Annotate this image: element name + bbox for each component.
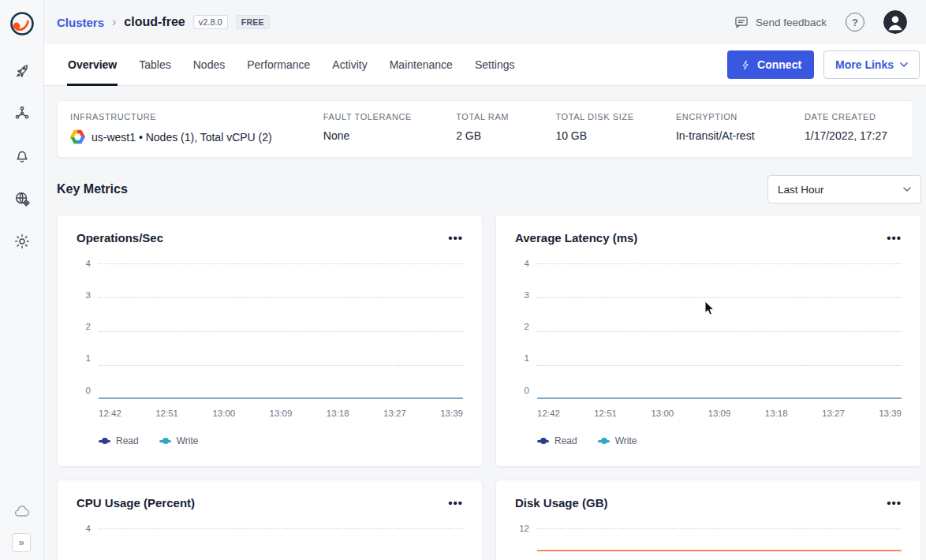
plot-area: [537, 263, 902, 399]
tab-performance[interactable]: Performance: [236, 44, 321, 85]
read-marker-icon: [99, 440, 110, 442]
tab-tables[interactable]: Tables: [128, 44, 181, 85]
tab-maintenance[interactable]: Maintenance: [379, 44, 464, 85]
plot-area: [537, 528, 902, 560]
chart-menu-button[interactable]: •••: [887, 232, 902, 244]
page-header: Clusters › cloud-free v2.8.0 FREE Send f…: [44, 0, 926, 44]
avatar[interactable]: [883, 10, 907, 34]
time-range-value: Last Hour: [778, 184, 824, 196]
x-axis-labels: 12:4212:5113:0013:0913:1813:2713:39: [99, 409, 463, 418]
tab-activity[interactable]: Activity: [321, 44, 378, 85]
chart-menu-button[interactable]: •••: [448, 497, 463, 509]
y-axis-labels: 43210: [515, 263, 537, 399]
chart-plot: 43210: [515, 263, 902, 399]
connect-button[interactable]: Connect: [727, 50, 814, 79]
chart-legend: Read Write: [99, 435, 463, 446]
chart-plot: 12: [515, 528, 902, 560]
breadcrumb-separator-icon: ›: [112, 15, 116, 29]
y-axis-labels: 4: [77, 528, 99, 560]
more-links-label: More Links: [835, 58, 894, 71]
expand-sidebar-button[interactable]: »: [12, 533, 31, 552]
regions-icon[interactable]: [8, 185, 36, 213]
info-field-total-disk-size: TOTAL DISK SIZE 10 GB: [555, 112, 676, 144]
chart-plot: 4: [77, 528, 463, 560]
time-range-select[interactable]: Last Hour: [767, 175, 921, 203]
info-value: 1/17/2022, 17:27: [805, 129, 891, 142]
plan-badge: FREE: [236, 15, 270, 29]
tab-nodes[interactable]: Nodes: [182, 44, 236, 85]
cluster-name: cloud-free: [124, 15, 185, 29]
main-area: Clusters › cloud-free v2.8.0 FREE Send f…: [44, 0, 926, 560]
cloud-icon[interactable]: [12, 502, 32, 522]
info-field-date-created: DATE CREATED 1/17/2022, 17:27: [805, 112, 900, 144]
chevron-down-icon: [903, 187, 911, 192]
version-badge: v2.8.0: [193, 15, 228, 29]
network-icon[interactable]: [8, 99, 36, 128]
chart-title: Average Latency (ms): [515, 231, 637, 245]
feedback-icon: [734, 14, 749, 30]
legend-write[interactable]: Write: [598, 435, 637, 446]
charts-grid: Operations/Sec ••• 43210: [44, 215, 926, 560]
info-field-fault-tolerance: FAULT TOLERANCE None: [323, 112, 456, 144]
send-feedback-button[interactable]: Send feedback: [734, 14, 827, 30]
key-metrics-title: Key Metrics: [57, 182, 128, 196]
gear-icon[interactable]: [8, 227, 36, 256]
bolt-icon: [740, 59, 752, 71]
sidebar-nav: [8, 57, 36, 256]
user-icon: [883, 10, 907, 34]
plot-area: [99, 528, 463, 560]
chart-card-average-latency: Average Latency (ms) ••• 43210: [495, 215, 921, 467]
write-marker-icon: [598, 440, 610, 442]
key-metrics-bar: Key Metrics Last Hour: [44, 158, 926, 215]
feedback-label: Send feedback: [756, 17, 827, 28]
tab-overview[interactable]: Overview: [57, 44, 128, 85]
legend-write[interactable]: Write: [159, 435, 199, 446]
info-label: TOTAL DISK SIZE: [555, 112, 666, 121]
tab-settings[interactable]: Settings: [464, 44, 526, 85]
info-value: In-transit/At-rest: [676, 129, 795, 142]
bell-icon[interactable]: [8, 142, 36, 170]
chevron-down-icon: [900, 62, 908, 67]
breadcrumb: Clusters › cloud-free v2.8.0 FREE: [57, 15, 270, 29]
tab-bar: Overview Tables Nodes Performance Activi…: [44, 44, 926, 86]
info-label: DATE CREATED: [805, 112, 891, 121]
plot-area: [99, 263, 463, 399]
breadcrumb-clusters-link[interactable]: Clusters: [57, 16, 104, 29]
legend-read[interactable]: Read: [537, 435, 577, 446]
info-label: INFRASTRUCTURE: [70, 112, 314, 121]
cluster-info-card: INFRASTRUCTURE us-west1 • Nodes (1), Tot…: [57, 100, 913, 158]
help-icon[interactable]: ?: [846, 13, 864, 32]
info-field-infrastructure: INFRASTRUCTURE us-west1 • Nodes (1), Tot…: [70, 112, 323, 144]
info-value: us-west1 • Nodes (1), Total vCPU (2): [70, 129, 314, 144]
disk-usage-line: [537, 550, 902, 551]
chart-menu-button[interactable]: •••: [448, 232, 463, 244]
sidebar: »: [0, 0, 44, 560]
gcp-icon: [70, 129, 85, 144]
connect-label: Connect: [757, 58, 801, 71]
chart-menu-button[interactable]: •••: [887, 497, 902, 509]
y-axis-labels: 43210: [77, 263, 99, 399]
info-label: FAULT TOLERANCE: [323, 112, 446, 121]
info-value: 10 GB: [555, 129, 666, 142]
chart-title: CPU Usage (Percent): [77, 496, 195, 510]
series-write-line: [99, 398, 463, 399]
info-label: TOTAL RAM: [456, 112, 546, 121]
info-value: 2 GB: [456, 129, 546, 142]
sidebar-bottom: »: [0, 502, 43, 552]
write-marker-icon: [159, 440, 171, 442]
content: INFRASTRUCTURE us-west1 • Nodes (1), Tot…: [44, 86, 926, 560]
chart-legend: Read Write: [537, 435, 902, 446]
chart-title: Disk Usage (GB): [515, 496, 608, 510]
app-logo[interactable]: [6, 8, 38, 39]
chart-card-operations-per-sec: Operations/Sec ••• 43210: [57, 215, 483, 467]
more-links-button[interactable]: More Links: [823, 50, 920, 79]
info-label: ENCRYPTION: [676, 112, 795, 121]
info-field-total-ram: TOTAL RAM 2 GB: [456, 112, 555, 144]
rocket-icon[interactable]: [8, 57, 36, 85]
app-window: » Clusters › cloud-free v2.8.0 FREE Send…: [0, 0, 926, 560]
legend-read[interactable]: Read: [99, 435, 139, 446]
tab-actions: Connect More Links: [727, 50, 920, 79]
chart-title: Operations/Sec: [77, 231, 163, 245]
chart-card-cpu-usage: CPU Usage (Percent) ••• 4: [57, 480, 483, 560]
chart-plot: 43210: [77, 263, 463, 399]
